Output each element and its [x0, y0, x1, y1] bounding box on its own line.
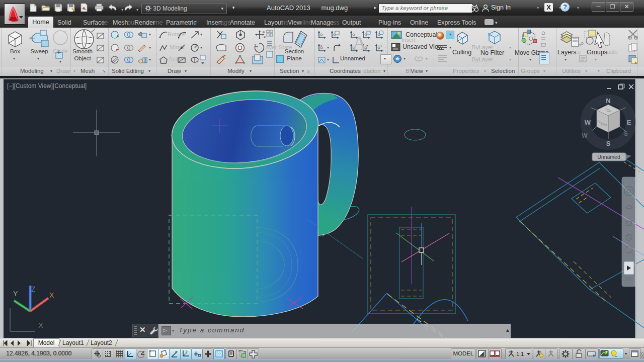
svg-text:S: S — [624, 130, 628, 137]
svg-text:3: 3 — [379, 44, 382, 48]
svg-text:W: W — [582, 132, 588, 139]
svg-text:Z: Z — [31, 285, 36, 293]
svg-text:☍: ☍ — [578, 41, 584, 47]
svg-text:X: X — [49, 291, 54, 299]
svg-text:Y: Y — [13, 290, 18, 298]
svg-text:W: W — [585, 119, 591, 126]
svg-text:x: x — [320, 44, 323, 48]
svg-text:E: E — [627, 119, 631, 126]
svg-text:X: X — [38, 321, 43, 329]
svg-text:[−][Custom View][Conceptual]: [−][Custom View][Conceptual] — [7, 82, 87, 89]
svg-text:N: N — [606, 97, 610, 105]
svg-text:Unnamed: Unnamed — [597, 154, 620, 160]
svg-text:S: S — [606, 140, 611, 147]
svg-text:1:1: 1:1 — [516, 351, 524, 357]
